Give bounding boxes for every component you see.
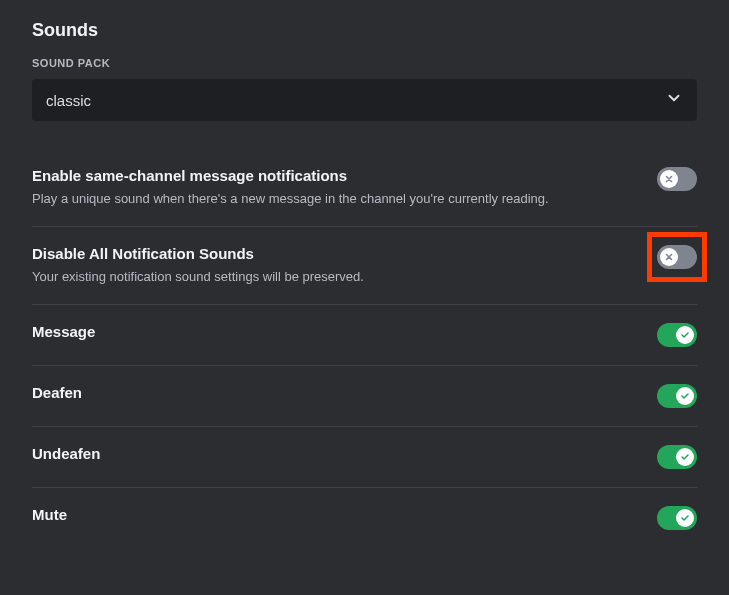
sound-pack-label: SOUND PACK xyxy=(32,57,697,69)
setting-text: Deafen xyxy=(32,384,657,407)
setting-same-channel: Enable same-channel message notification… xyxy=(32,149,697,227)
setting-text: Undeafen xyxy=(32,445,657,468)
section-title: Sounds xyxy=(32,20,697,41)
x-icon xyxy=(660,248,678,266)
setting-title: Deafen xyxy=(32,384,637,401)
setting-deafen: Deafen xyxy=(32,366,697,427)
setting-text: Enable same-channel message notification… xyxy=(32,167,657,208)
setting-title: Message xyxy=(32,323,637,340)
sound-pack-value: classic xyxy=(46,92,91,109)
setting-text: Disable All Notification Sounds Your exi… xyxy=(32,245,657,286)
setting-title: Enable same-channel message notification… xyxy=(32,167,637,184)
setting-desc: Play a unique sound when there's a new m… xyxy=(32,190,637,208)
toggle-same-channel[interactable] xyxy=(657,167,697,191)
chevron-down-icon xyxy=(665,89,683,111)
setting-disable-all: Disable All Notification Sounds Your exi… xyxy=(32,227,697,305)
check-icon xyxy=(676,387,694,405)
setting-desc: Your existing notification sound setting… xyxy=(32,268,637,286)
setting-undeafen: Undeafen xyxy=(32,427,697,488)
toggle-undeafen[interactable] xyxy=(657,445,697,469)
setting-title: Undeafen xyxy=(32,445,637,462)
setting-text: Mute xyxy=(32,506,657,529)
setting-text: Message xyxy=(32,323,657,346)
toggle-disable-all[interactable] xyxy=(657,245,697,269)
check-icon xyxy=(676,509,694,527)
check-icon xyxy=(676,448,694,466)
setting-title: Disable All Notification Sounds xyxy=(32,245,637,262)
x-icon xyxy=(660,170,678,188)
setting-mute: Mute xyxy=(32,488,697,548)
toggle-deafen[interactable] xyxy=(657,384,697,408)
toggle-mute[interactable] xyxy=(657,506,697,530)
setting-title: Mute xyxy=(32,506,637,523)
sound-pack-select[interactable]: classic xyxy=(32,79,697,121)
check-icon xyxy=(676,326,694,344)
setting-message: Message xyxy=(32,305,697,366)
toggle-message[interactable] xyxy=(657,323,697,347)
